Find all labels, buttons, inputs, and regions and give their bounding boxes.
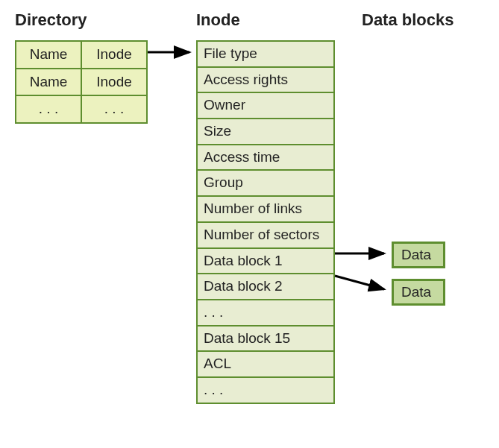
heading-inode: Inode	[196, 10, 240, 30]
inode-field: Owner	[196, 93, 335, 119]
dir-name-cell: Name	[16, 41, 81, 69]
table-row: . . . . . .	[16, 95, 147, 123]
heading-datablocks: Data blocks	[362, 10, 454, 30]
inode-field: Access rights	[196, 68, 335, 94]
data-block: Data	[392, 279, 445, 306]
inode-field: . . .	[196, 300, 335, 326]
inode-field: . . .	[196, 378, 335, 404]
dir-inode-cell: Inode	[81, 69, 147, 96]
dir-name-cell: Name	[16, 69, 81, 96]
inode-field: Number of links	[196, 197, 335, 223]
inode-field: Number of sectors	[196, 223, 335, 249]
table-row: Name Inode	[16, 69, 147, 96]
inode-field: ACL	[196, 352, 335, 378]
arrow-inode-to-data1	[335, 243, 392, 264]
inode-table: File type Access rights Owner Size Acces…	[196, 40, 335, 404]
data-block: Data	[392, 242, 445, 268]
inode-field: Size	[196, 119, 335, 145]
dir-inode-cell: . . .	[81, 95, 147, 123]
datablocks-column: Data Data	[392, 242, 445, 316]
dir-inode-cell: Inode	[81, 41, 147, 69]
inode-field: Group	[196, 171, 335, 197]
heading-directory: Directory	[15, 10, 87, 30]
svg-line-2	[335, 276, 384, 289]
arrow-dir-to-inode	[148, 42, 197, 63]
inode-field: Data block 1	[196, 249, 335, 275]
table-row: Name Inode	[16, 41, 147, 69]
inode-field: File type	[196, 40, 335, 68]
inode-field: Data block 2	[196, 274, 335, 300]
arrow-inode-to-data2	[335, 267, 392, 297]
inode-field: Access time	[196, 145, 335, 171]
directory-table: Name Inode Name Inode . . . . . .	[15, 40, 148, 124]
dir-name-cell: . . .	[16, 95, 81, 123]
inode-field: Data block 15	[196, 326, 335, 353]
